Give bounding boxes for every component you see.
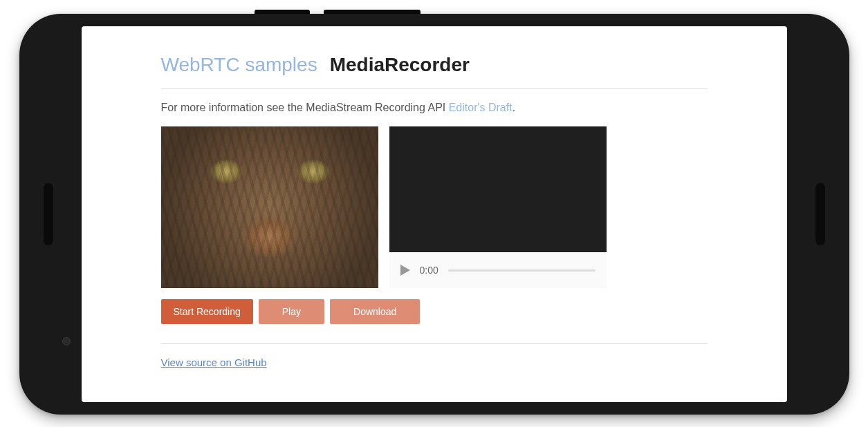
start-recording-button[interactable]: Start Recording: [161, 299, 253, 324]
play-button[interactable]: Play: [259, 299, 324, 324]
video-progress-bar[interactable]: [448, 269, 595, 272]
play-icon[interactable]: [400, 265, 410, 276]
phone-volume-button: [324, 10, 421, 14]
view-source-link[interactable]: View source on GitHub: [161, 357, 267, 368]
editors-draft-link[interactable]: Editor's Draft: [449, 102, 513, 113]
description-prefix: For more information see the MediaStream…: [161, 102, 449, 113]
video-controls-bar: 0:00: [389, 252, 607, 288]
video-time-label: 0:00: [420, 265, 438, 276]
preview-texture: [161, 126, 378, 288]
footer-divider: [161, 343, 708, 344]
phone-camera-dot: [62, 337, 71, 345]
camera-preview[interactable]: [161, 126, 378, 288]
phone-frame: WebRTC samples MediaRecorder For more in…: [19, 14, 849, 415]
playback-video-pane: 0:00: [389, 126, 607, 288]
phone-hardware-buttons: [255, 10, 462, 14]
download-button[interactable]: Download: [330, 299, 420, 324]
video-row: 0:00: [161, 126, 708, 288]
description-text: For more information see the MediaStream…: [161, 102, 708, 114]
phone-speaker-left: [44, 183, 53, 245]
phone-speaker-right: [815, 183, 825, 245]
page-header: WebRTC samples MediaRecorder: [161, 54, 708, 89]
video-display-area[interactable]: [389, 126, 607, 252]
page-title: MediaRecorder: [330, 54, 470, 76]
phone-power-button: [255, 10, 310, 14]
button-row: Start Recording Play Download: [161, 299, 708, 324]
screen-content: WebRTC samples MediaRecorder For more in…: [82, 26, 787, 402]
description-suffix: .: [513, 102, 515, 113]
webrtc-samples-link[interactable]: WebRTC samples: [161, 54, 317, 76]
camera-preview-pane: [161, 126, 378, 288]
